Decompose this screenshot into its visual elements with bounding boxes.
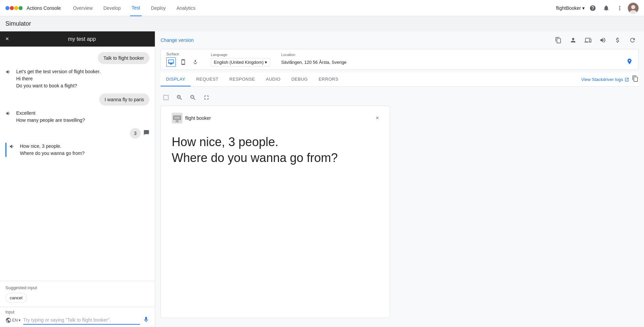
surface-icons xyxy=(166,57,200,67)
bot-line: Do you want to book a flight? xyxy=(16,82,101,89)
user-message-1: Talk to flight booker xyxy=(98,52,149,64)
google-logo xyxy=(5,6,24,10)
suggested-chip-cancel[interactable]: cancel xyxy=(5,293,27,303)
language-value: English (United Kingdom) xyxy=(214,60,263,65)
person-icon-button[interactable] xyxy=(567,34,579,46)
nav-deploy[interactable]: Deploy xyxy=(150,0,167,16)
right-icons xyxy=(552,34,639,46)
speaker-icon-3[interactable] xyxy=(9,143,16,151)
chat-app-name: my test app xyxy=(15,36,149,42)
project-selector[interactable]: flightBooker ▾ xyxy=(556,5,585,11)
bot-line: Excellent xyxy=(16,110,85,117)
input-section: Input EN ▾ xyxy=(0,307,155,327)
display-area: flight booker × How nice, 3 people. Wher… xyxy=(155,87,644,327)
bot-text-2: Excellent How many people are travelling… xyxy=(16,110,85,124)
speaker-surface-icon[interactable] xyxy=(191,57,200,67)
chat-messages: Talk to flight booker Let's get the test… xyxy=(0,47,155,281)
preview-close-button[interactable]: × xyxy=(376,115,379,121)
stackdriver-label: View Stackdriver logs xyxy=(581,77,623,82)
language-label: Language xyxy=(211,53,270,57)
location-field: Sävlången, 120 56 Årsta, Sverige xyxy=(281,58,633,66)
devices-icon-button[interactable] xyxy=(582,34,594,46)
nav-test[interactable]: Test xyxy=(130,0,142,16)
change-version-link[interactable]: Change version xyxy=(161,37,194,43)
content-line-1: How nice, 3 people. xyxy=(172,134,379,150)
simulator-title: Simulator xyxy=(0,16,644,31)
chat-text-input[interactable] xyxy=(23,316,140,325)
google-dot-red xyxy=(10,6,14,10)
fullscreen-icon[interactable] xyxy=(201,92,212,103)
top-navigation: Actions Console Overview Develop Test De… xyxy=(0,0,644,16)
input-row: EN ▾ xyxy=(5,316,149,325)
page-container: Simulator × my test app Talk to flight b… xyxy=(0,16,644,327)
bot-text-active: How nice, 3 people. Where do you wanna g… xyxy=(20,143,84,157)
google-dot-green xyxy=(19,6,23,10)
suggested-section: Suggested input cancel xyxy=(0,281,155,307)
tab-errors[interactable]: ERRORS xyxy=(313,73,344,86)
speaker-icon[interactable] xyxy=(5,69,12,76)
tab-display[interactable]: DISPLAY xyxy=(161,73,191,86)
language-dropdown[interactable]: English (United Kingdom) ▾ xyxy=(211,58,270,66)
preview-app-name: flight booker xyxy=(185,115,211,121)
chevron-down-icon: ▾ xyxy=(582,5,585,11)
help-button[interactable] xyxy=(587,3,598,13)
zoom-out-icon[interactable] xyxy=(188,92,198,103)
chevron-down-icon: ▾ xyxy=(19,318,21,323)
surface-section: Surface xyxy=(166,52,200,67)
chat-close-button[interactable]: × xyxy=(5,35,9,43)
monitor-surface-icon[interactable] xyxy=(166,57,176,67)
nav-analytics[interactable]: Analytics xyxy=(175,0,197,16)
display-tools xyxy=(161,92,639,103)
chat-header: × my test app xyxy=(0,31,155,47)
avatar[interactable] xyxy=(628,3,639,13)
tab-response[interactable]: RESPONSE xyxy=(224,73,260,86)
refresh-icon-button[interactable] xyxy=(626,34,639,46)
nav-links: Overview Develop Test Deploy Analytics xyxy=(72,0,556,16)
tab-debug[interactable]: DEBUG xyxy=(286,73,313,86)
chevron-down-icon: ▾ xyxy=(265,60,267,65)
dollar-icon-button[interactable] xyxy=(612,34,624,46)
phone-preview-content: How nice, 3 people. Where do you wanna g… xyxy=(172,134,379,166)
location-value: Sävlången, 120 56 Årsta, Sverige xyxy=(281,60,346,65)
nav-develop[interactable]: Develop xyxy=(102,0,122,16)
mic-button[interactable] xyxy=(143,316,149,325)
speaker-icon-2[interactable] xyxy=(5,110,12,118)
user-number-input: 3 xyxy=(130,128,149,139)
tabs-container: DISPLAY REQUEST RESPONSE AUDIO DEBUG ERR… xyxy=(161,73,639,87)
message-bubble: I wanna fly to paris xyxy=(99,93,149,106)
language-settings-section: Language English (United Kingdom) ▾ xyxy=(211,53,270,66)
copy-icon-button[interactable] xyxy=(552,34,564,46)
tab-request[interactable]: REQUEST xyxy=(191,73,224,86)
nav-right: flightBooker ▾ xyxy=(556,3,639,13)
suggested-chips: cancel xyxy=(5,293,149,303)
number-badge: 3 xyxy=(130,128,141,139)
copy-tab-button[interactable] xyxy=(632,75,639,84)
nav-overview[interactable]: Overview xyxy=(72,0,94,16)
volume-icon-button[interactable] xyxy=(597,34,609,46)
location-settings-section: Location Sävlången, 120 56 Årsta, Sverig… xyxy=(281,53,633,66)
phone-preview: flight booker × How nice, 3 people. Wher… xyxy=(161,106,390,318)
settings-bar: Surface Language xyxy=(161,49,639,70)
bot-line: Let's get the test version of flight boo… xyxy=(16,68,101,75)
bot-message-active: How nice, 3 people. Where do you wanna g… xyxy=(5,143,149,157)
more-vert-button[interactable] xyxy=(614,3,625,13)
zoom-in-icon[interactable] xyxy=(174,92,185,103)
lang-code: EN xyxy=(12,318,18,323)
main-content: × my test app Talk to flight booker Let'… xyxy=(0,31,644,327)
language-selector[interactable]: EN ▾ xyxy=(5,317,21,323)
bell-button[interactable] xyxy=(601,3,612,13)
project-name: flightBooker xyxy=(556,5,581,11)
border-style-icon[interactable] xyxy=(161,92,171,103)
location-pin-button[interactable] xyxy=(626,58,633,66)
svg-rect-7 xyxy=(175,121,179,122)
bot-line: How many people are travelling? xyxy=(16,117,85,124)
phone-surface-icon[interactable] xyxy=(178,57,188,67)
message-bubble: Talk to flight booker xyxy=(98,52,149,64)
brand-name: Actions Console xyxy=(27,5,61,11)
stackdriver-link[interactable]: View Stackdriver logs xyxy=(581,77,629,82)
svg-point-1 xyxy=(631,5,635,9)
input-label: Input xyxy=(5,310,149,315)
google-dot-yellow xyxy=(14,6,18,10)
bot-message-1: Let's get the test version of flight boo… xyxy=(5,68,149,89)
tab-audio[interactable]: AUDIO xyxy=(260,73,286,86)
